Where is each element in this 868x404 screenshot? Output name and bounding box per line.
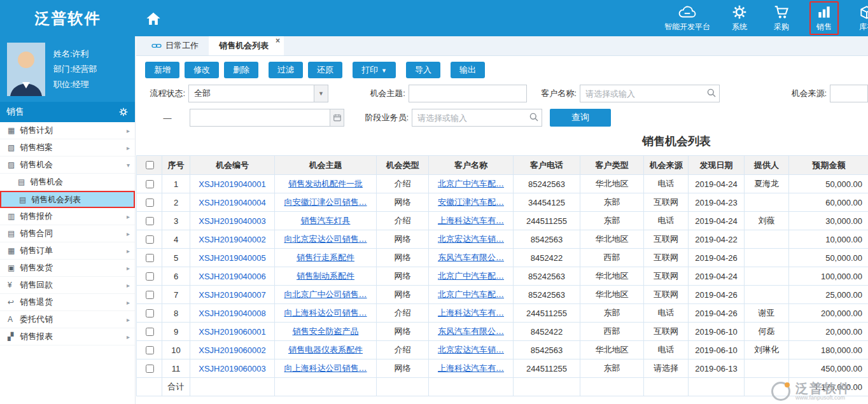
opportunity-subject-link[interactable]: 向上海科达公司销售… xyxy=(284,308,367,317)
subject-input[interactable] xyxy=(409,85,527,102)
nav-item-dev-platform[interactable]: 智能开发平台 xyxy=(663,1,711,35)
restore-button[interactable]: 还原 xyxy=(308,62,342,78)
row-index: 1 xyxy=(162,175,190,193)
opportunity-subject-link[interactable]: 向安徽江津公司销售… xyxy=(284,197,367,207)
calendar-icon[interactable] xyxy=(330,109,344,126)
customer-name-input[interactable] xyxy=(580,85,720,102)
customer-name-link[interactable]: 北京广中汽车配… xyxy=(438,179,504,188)
close-icon[interactable]: × xyxy=(276,37,280,45)
opportunity-source-cell: 互联网 xyxy=(644,286,689,304)
sidebar-item-sales-return[interactable]: ↩ 销售退货 ▸ xyxy=(0,294,135,311)
customer-name-link[interactable]: 东风汽车有限公… xyxy=(438,326,504,336)
filter-button[interactable]: 过滤 xyxy=(269,62,303,78)
nav-item-sales[interactable]: 销售 xyxy=(809,1,839,35)
sidebar-item-sales-opportunity-list[interactable]: ▤ 销售机会列表 xyxy=(0,191,135,208)
opportunity-code-link[interactable]: XSJH2019040006 xyxy=(199,272,266,281)
opportunity-source-cell: 互联网 xyxy=(644,267,689,286)
chevron-right-icon: ▸ xyxy=(127,316,130,323)
date-input[interactable] xyxy=(190,109,344,127)
stage-salesman-input[interactable] xyxy=(412,109,542,127)
opportunity-subject-link[interactable]: 销售制动系配件 xyxy=(297,271,354,281)
customer-phone-cell: 244511255 xyxy=(514,359,580,378)
opportunity-code-link[interactable]: XSJH2019040001 xyxy=(199,179,266,189)
opportunity-code-link[interactable]: XSJH2019060003 xyxy=(199,364,266,373)
customer-name-link[interactable]: 北京宏达汽车销… xyxy=(438,234,504,244)
query-button[interactable]: 查询 xyxy=(550,109,611,127)
opportunity-subject-link[interactable]: 销售安全防盗产品 xyxy=(293,326,359,336)
customer-type-cell: 西部 xyxy=(580,249,644,267)
search-icon[interactable] xyxy=(706,88,717,98)
customer-name-link[interactable]: 上海科达汽车有… xyxy=(438,216,504,225)
source-input[interactable] xyxy=(830,85,868,102)
row-checkbox[interactable] xyxy=(146,309,154,317)
opportunity-code-link[interactable]: XSJH2019040004 xyxy=(199,198,266,207)
row-checkbox[interactable] xyxy=(146,199,154,207)
process-status-select[interactable]: 全部 ▼ xyxy=(188,85,328,102)
customer-name-link[interactable]: 上海科达汽车有… xyxy=(438,363,504,373)
opportunity-subject-link[interactable]: 向上海科达公司销售… xyxy=(284,363,367,373)
opportunity-code-link[interactable]: XSJH2019060001 xyxy=(199,327,266,337)
opportunity-code-link[interactable]: XSJH2019040008 xyxy=(199,309,266,318)
customer-name-link[interactable]: 北京广中汽车配… xyxy=(438,289,504,299)
row-checkbox[interactable] xyxy=(146,217,154,225)
customer-name-link[interactable]: 北京宏达汽车销… xyxy=(438,345,504,354)
row-checkbox[interactable] xyxy=(146,291,154,299)
row-checkbox[interactable] xyxy=(146,272,154,281)
home-icon[interactable] xyxy=(144,9,163,28)
row-checkbox[interactable] xyxy=(146,365,154,373)
sidebar-item-sales-opportunity-entry[interactable]: ▤ 销售机会 xyxy=(0,174,135,191)
edit-button[interactable]: 修改 xyxy=(185,62,219,78)
customer-name-link[interactable]: 东风汽车有限公… xyxy=(438,253,504,262)
chevron-right-icon: ▸ xyxy=(127,247,130,254)
opportunity-source-cell: 互联网 xyxy=(644,230,689,249)
opportunity-code-link[interactable]: XSJH2019040002 xyxy=(199,235,266,244)
sidebar-item-sales-opportunity[interactable]: ▨ 销售机会 ▾ xyxy=(0,157,135,174)
opportunity-subject-link[interactable]: 向北京宏达公司销售… xyxy=(284,234,367,244)
search-icon[interactable] xyxy=(529,112,539,122)
customer-type-cell: 华北地区 xyxy=(580,230,644,249)
opportunity-code-link[interactable]: XSJH2019040005 xyxy=(199,253,266,263)
customer-name-link[interactable]: 北京广中汽车配… xyxy=(438,271,504,281)
customer-name-label: 客户名称: xyxy=(536,88,577,99)
opportunity-code-link[interactable]: XSJH2019040003 xyxy=(199,216,266,226)
customer-name-link[interactable]: 安徽江津汽车配… xyxy=(438,197,504,207)
opportunity-code-link[interactable]: XSJH2019040007 xyxy=(199,290,266,300)
opportunity-subject-link[interactable]: 销售汽车灯具 xyxy=(301,216,351,225)
sidebar-item-sales-report[interactable]: ▞ 销售报表 ▸ xyxy=(0,328,135,345)
sidebar-item-sales-plan[interactable]: ▦ 销售计划 ▸ xyxy=(0,122,135,139)
row-checkbox[interactable] xyxy=(146,346,154,354)
nav-item-inventory[interactable]: 库存 xyxy=(853,1,868,35)
sidebar-item-sales-shipping[interactable]: ▣ 销售发货 ▸ xyxy=(0,260,135,277)
gear-icon[interactable] xyxy=(118,107,129,117)
sidebar-section-title: 销售 xyxy=(6,106,24,118)
opportunity-code-link[interactable]: XSJH2019060002 xyxy=(199,345,266,355)
opportunity-subject-link[interactable]: 向北京广中公司销售… xyxy=(284,289,367,299)
opportunity-subject-link[interactable]: 销售电器仪表系配件 xyxy=(288,345,363,354)
customer-type-cell: 东部 xyxy=(580,193,644,212)
tab-label: 日常工作 xyxy=(165,40,199,52)
row-checkbox[interactable] xyxy=(146,180,154,188)
sidebar-item-sales-archive[interactable]: ▧ 销售档案 ▸ xyxy=(0,139,135,157)
add-button[interactable]: 新增 xyxy=(145,62,179,78)
nav-item-system[interactable]: 系统 xyxy=(725,1,753,35)
delete-button[interactable]: 删除 xyxy=(224,62,258,78)
sidebar-item-sales-order[interactable]: ▦ 销售订单 ▸ xyxy=(0,242,135,260)
sidebar-item-consignment[interactable]: A 委托代销 ▸ xyxy=(0,311,135,328)
customer-name-link[interactable]: 上海科达汽车有… xyxy=(438,308,504,317)
select-all-checkbox[interactable] xyxy=(146,161,154,169)
export-button[interactable]: 输出 xyxy=(451,62,485,78)
opportunity-subject-link[interactable]: 销售发动机配件一批 xyxy=(288,179,363,188)
row-checkbox[interactable] xyxy=(146,235,154,244)
row-checkbox[interactable] xyxy=(146,254,154,262)
import-button[interactable]: 导入 xyxy=(406,62,440,78)
tab-daily-work[interactable]: 日常工作 xyxy=(141,36,209,55)
sidebar-item-sales-contract[interactable]: ▤ 销售合同 ▸ xyxy=(0,225,135,242)
row-checkbox[interactable] xyxy=(146,328,154,336)
opportunity-subject-link[interactable]: 销售行走系配件 xyxy=(297,253,354,262)
sidebar-item-sales-payment[interactable]: ¥ 销售回款 ▸ xyxy=(0,277,135,294)
print-button[interactable]: 打印▼ xyxy=(353,62,396,78)
customer-type-cell: 华北地区 xyxy=(580,175,644,193)
sidebar-item-sales-quote[interactable]: ▥ 销售报价 ▸ xyxy=(0,208,135,225)
nav-item-purchase[interactable]: 采购 xyxy=(767,1,795,35)
tab-sales-opportunity-list[interactable]: 销售机会列表 × xyxy=(209,36,284,55)
